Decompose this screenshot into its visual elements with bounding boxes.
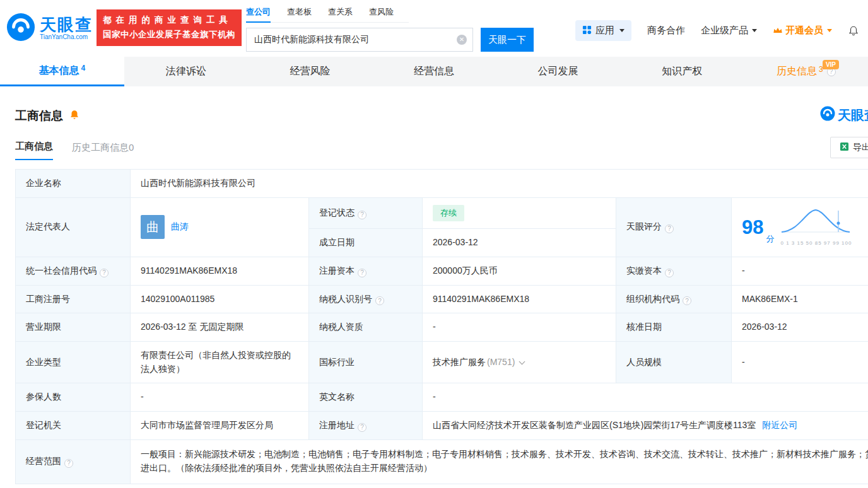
- tab-legal-proceedings[interactable]: 法律诉讼: [124, 57, 249, 86]
- field-label: 营业期限: [26, 322, 61, 332]
- crown-icon: [773, 25, 783, 36]
- help-icon[interactable]: ?: [683, 296, 691, 305]
- tianyancha-logo-icon: [6, 13, 35, 44]
- legal-rep-link[interactable]: 曲涛: [171, 220, 189, 234]
- tab-basic-info[interactable]: 基本信息 4: [0, 57, 124, 86]
- table-row: 经营范围? 一般项目：新兴能源技术研发；电池制造；电池销售；电子专用材料制造；电…: [16, 439, 868, 484]
- slogan-line1: 都在用的商业查询工具: [103, 13, 235, 28]
- table-row: 营业期限 2026-03-12 至 无固定期限 纳税人资质 - 核准日期 202…: [16, 313, 868, 342]
- search-input[interactable]: [246, 28, 473, 52]
- excel-icon: [840, 142, 849, 153]
- search-tab-company[interactable]: 查公司: [246, 6, 271, 23]
- reg-capital-value: 200000万人民币: [433, 265, 498, 276]
- nav-business-cooperation[interactable]: 商务合作: [647, 25, 685, 37]
- tab-legal-label: 法律诉讼: [166, 65, 206, 78]
- tianyancha-watermark: 天眼查: [820, 106, 868, 124]
- approval-date-value: 2026-03-12: [742, 322, 787, 332]
- company-nav-tabs: 基本信息 4 法律诉讼 经营风险 经营信息 公司发展 知识产权 VIP 历史信息…: [0, 57, 868, 86]
- legal-rep-avatar[interactable]: 曲: [141, 215, 165, 239]
- reg-address-value: 山西省大同经济技术开发区装备制造产业园区(S1地块)园荣街17号生产调度楼113…: [433, 420, 756, 430]
- tab-history-label: 历史信息: [777, 65, 817, 78]
- field-label: 组织机构代码: [626, 294, 679, 304]
- tianyan-score[interactable]: 98 分 0 1 3 15 50 85 97 99 100: [742, 207, 868, 247]
- industry-value: 技术推广服务: [433, 357, 486, 367]
- tianyancha-logo[interactable]: 天眼查 TianYanCha.com: [6, 13, 93, 44]
- subtab-history-business-info[interactable]: 历史工商信息0: [72, 142, 134, 160]
- field-label: 法定代表人: [26, 221, 70, 231]
- staff-size-value: -: [742, 357, 745, 367]
- enterprise-label: 企业级产品: [701, 25, 748, 37]
- insured-value: -: [141, 392, 144, 402]
- notification-bell-icon[interactable]: [848, 25, 859, 37]
- help-icon[interactable]: ?: [358, 269, 367, 277]
- search-tabs: 查公司 查老板 查关系 查风险: [246, 6, 409, 23]
- field-label: 纳税人资质: [319, 322, 363, 332]
- table-row: 统一社会信用代码? 91140291MAK86EMX18 注册资本? 20000…: [16, 257, 868, 285]
- tab-history-info[interactable]: VIP 历史信息 3 ?: [744, 57, 868, 86]
- search-tab-risk[interactable]: 查风险: [369, 6, 394, 22]
- score-chart: [780, 207, 852, 239]
- taxpayer-quality-value: -: [433, 322, 436, 332]
- table-row: 工商注册号 14029100A011985 纳税人识别号? 91140291MA…: [16, 285, 868, 313]
- help-icon[interactable]: ?: [375, 296, 384, 305]
- nearby-companies-link[interactable]: 附近公司: [762, 420, 797, 430]
- taxpayer-id-value: 91140291MAK86EMX18: [433, 294, 529, 304]
- search-tab-relation[interactable]: 查关系: [328, 6, 353, 22]
- brand-domain: TianYanCha.com: [40, 33, 93, 40]
- help-icon[interactable]: ?: [665, 224, 674, 233]
- search-block: 查公司 查老板 查关系 查风险 ✕ 天眼一下: [246, 6, 534, 52]
- nav-enterprise-products[interactable]: 企业级产品: [701, 25, 757, 37]
- field-label: 天眼评分: [626, 221, 662, 231]
- field-label: 登记状态: [319, 207, 355, 218]
- help-icon[interactable]: ?: [665, 269, 674, 277]
- reg-authority-value: 大同市市场监督管理局开发区分局: [141, 420, 273, 430]
- export-label: 导出: [853, 142, 868, 153]
- field-label: 企业名称: [26, 178, 61, 188]
- slogan-badge: 都在用的商业查询工具 国家中小企业发展子基金旗下机构: [97, 9, 242, 46]
- apps-button[interactable]: 应用: [575, 20, 631, 41]
- field-label: 注册资本: [319, 265, 355, 276]
- help-icon[interactable]: ?: [100, 269, 108, 277]
- tab-company-development[interactable]: 公司发展: [496, 57, 620, 86]
- field-label: 参保人数: [26, 392, 61, 402]
- tab-operation-risk[interactable]: 经营风险: [248, 57, 372, 86]
- alert-bell-icon[interactable]: [69, 109, 80, 123]
- help-icon[interactable]: ?: [358, 211, 367, 219]
- field-label: 人员规模: [626, 357, 662, 367]
- field-label: 企业类型: [26, 357, 61, 367]
- score-chart-ticks: 0 1 3 15 50 85 97 99 100: [780, 240, 852, 247]
- clear-icon[interactable]: ✕: [457, 35, 467, 45]
- table-row: 企业类型 有限责任公司（非自然人投资或控股的法人独资） 国标行业 技术推广服务(…: [16, 341, 868, 383]
- table-row: 法定代表人 曲 曲涛 登记状态? 存续 天眼评分? 98 分: [16, 197, 868, 228]
- brand-name: 天眼查: [40, 16, 93, 33]
- field-label: 成立日期: [319, 237, 355, 247]
- tab-intellectual-property[interactable]: 知识产权: [620, 57, 744, 86]
- tab-basic-info-count: 4: [81, 64, 85, 73]
- company-name-value: 山西时代新能源科技有限公司: [141, 178, 255, 188]
- help-icon[interactable]: ?: [358, 423, 367, 432]
- tab-development-label: 公司发展: [538, 65, 578, 78]
- chevron-down-icon: [752, 29, 757, 32]
- chevron-down-icon[interactable]: [519, 358, 525, 364]
- reg-number-value: 14029100A011985: [141, 294, 214, 304]
- tab-operation-risk-label: 经营风险: [290, 65, 330, 78]
- tab-operation-info[interactable]: 经营信息: [372, 57, 496, 86]
- established-value: 2026-03-12: [433, 237, 478, 247]
- status-badge: 存续: [433, 205, 464, 221]
- tab-ip-label: 知识产权: [662, 65, 702, 78]
- field-label: 注册地址: [319, 420, 355, 430]
- business-info-table: 企业名称 山西时代新能源科技有限公司 法定代表人 曲 曲涛 登记状态? 存续 天…: [15, 169, 868, 484]
- export-button[interactable]: 导出: [830, 137, 868, 158]
- subtab-business-info[interactable]: 工商信息: [15, 141, 53, 160]
- avatar-character: 曲: [146, 218, 159, 237]
- field-label: 统一社会信用代码: [26, 265, 97, 276]
- nav-open-vip[interactable]: 开通会员: [773, 25, 832, 37]
- chevron-down-icon: [619, 29, 625, 32]
- search-button[interactable]: 天眼一下: [481, 28, 534, 52]
- search-tab-boss[interactable]: 查老板: [287, 6, 312, 22]
- section-title: 工商信息: [15, 108, 63, 124]
- field-label: 工商注册号: [26, 294, 70, 304]
- industry-code: (M751): [487, 357, 515, 367]
- help-icon[interactable]: ?: [64, 459, 73, 468]
- vip-badge: VIP: [823, 60, 839, 69]
